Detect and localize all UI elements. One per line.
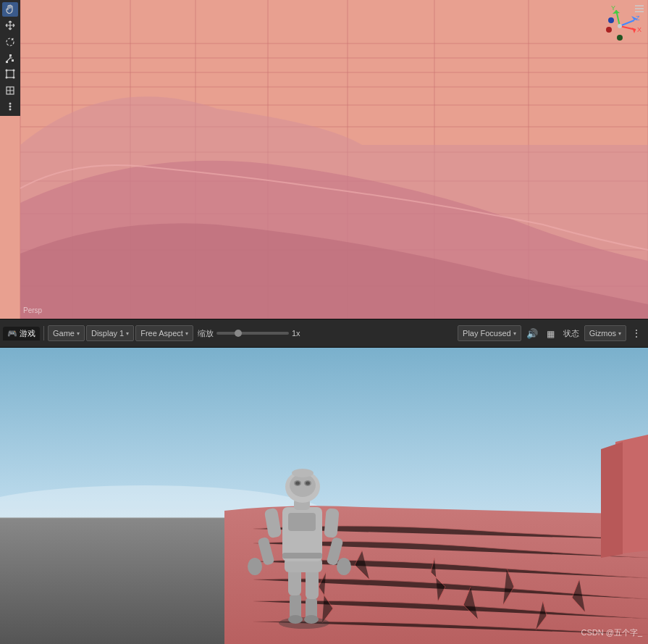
svg-point-47: [608, 17, 614, 23]
svg-rect-64: [288, 513, 316, 531]
svg-point-55: [279, 617, 329, 629]
rotate-tool[interactable]: [2, 35, 18, 49]
svg-text:X: X: [637, 26, 641, 33]
status-button[interactable]: 状态: [560, 326, 583, 340]
game-dropdown-arrow: ▾: [77, 330, 80, 337]
svg-point-48: [618, 24, 622, 28]
scene-toolbar: [0, 0, 20, 116]
svg-point-34: [9, 105, 12, 107]
scene-view: Z X Y Per: [0, 0, 648, 319]
aspect-dropdown-arrow: ▾: [185, 330, 188, 337]
scene-perspective-label: Persp: [23, 306, 42, 314]
svg-marker-40: [632, 28, 636, 33]
scale-value: 1x: [292, 329, 300, 338]
hand-tool[interactable]: [2, 2, 18, 17]
svg-rect-23: [9, 54, 12, 57]
more-tools[interactable]: [2, 99, 18, 114]
display-dropdown-label: Display 1: [91, 329, 124, 338]
scene-menu-button[interactable]: [634, 3, 645, 17]
svg-point-59: [304, 615, 319, 624]
status-label: 状态: [563, 329, 579, 338]
aspect-dropdown[interactable]: Free Aspect ▾: [135, 325, 193, 341]
svg-point-28: [6, 77, 8, 79]
svg-point-77: [295, 482, 300, 485]
game-tab-label: 游戏: [20, 328, 35, 339]
watermark-text: CSDN @五个字_: [581, 628, 642, 637]
svg-point-26: [6, 70, 8, 72]
svg-point-33: [9, 102, 12, 104]
svg-rect-22: [12, 59, 14, 62]
svg-rect-25: [7, 70, 14, 78]
scale-label: 缩放: [198, 328, 214, 339]
svg-point-78: [306, 482, 310, 485]
game-toolbar: 🎮 游戏 Game ▾ Display 1 ▾ Free Aspect ▾ 缩放…: [0, 319, 648, 348]
game-view: CSDN @五个字_: [0, 348, 648, 644]
rect-tool[interactable]: [2, 67, 18, 81]
play-focused-arrow: ▾: [513, 330, 516, 337]
stats-button[interactable]: ▦: [543, 327, 558, 340]
game-dropdown-label: Game: [53, 329, 75, 338]
gizmos-label: Gizmos: [589, 329, 616, 338]
scale-slider[interactable]: [216, 332, 289, 335]
svg-text:Y: Y: [611, 4, 615, 12]
svg-point-45: [606, 27, 612, 33]
play-focused-label: Play Focused: [463, 329, 511, 338]
audio-button[interactable]: 🔊: [523, 327, 542, 340]
play-focused-dropdown[interactable]: Play Focused ▾: [458, 325, 521, 341]
svg-point-27: [13, 70, 15, 72]
svg-rect-65: [282, 553, 322, 559]
gizmos-arrow: ▾: [618, 330, 621, 337]
separator-1: [43, 326, 44, 340]
gizmos-dropdown[interactable]: Gizmos ▾: [584, 325, 626, 341]
svg-point-35: [9, 108, 12, 110]
svg-point-71: [337, 558, 351, 575]
svg-rect-24: [6, 61, 8, 63]
svg-line-36: [620, 20, 634, 26]
game-tab[interactable]: 🎮 游戏: [3, 327, 40, 340]
more-options-button[interactable]: ⋮: [628, 326, 645, 340]
svg-point-29: [13, 77, 15, 79]
transform-tool[interactable]: [2, 83, 18, 97]
svg-point-21: [7, 38, 14, 46]
watermark: CSDN @五个字_: [581, 627, 642, 638]
display-dropdown[interactable]: Display 1 ▾: [86, 325, 134, 341]
svg-point-46: [617, 35, 623, 41]
display-dropdown-arrow: ▾: [126, 330, 129, 337]
svg-point-70: [248, 558, 262, 575]
stats-icon: ▦: [547, 329, 555, 339]
svg-rect-67: [324, 508, 339, 538]
game-tab-icon: 🎮: [7, 329, 17, 338]
svg-point-58: [288, 615, 303, 624]
svg-point-79: [292, 469, 314, 477]
move-tool[interactable]: [2, 18, 18, 33]
audio-icon: 🔊: [526, 328, 538, 339]
scale-container: 缩放 1x: [198, 328, 300, 339]
aspect-dropdown-label: Free Aspect: [140, 329, 183, 338]
game-dropdown[interactable]: Game ▾: [48, 325, 85, 341]
more-options-icon: ⋮: [631, 327, 641, 339]
scale-tool[interactable]: [2, 51, 18, 65]
scale-thumb: [235, 330, 242, 337]
